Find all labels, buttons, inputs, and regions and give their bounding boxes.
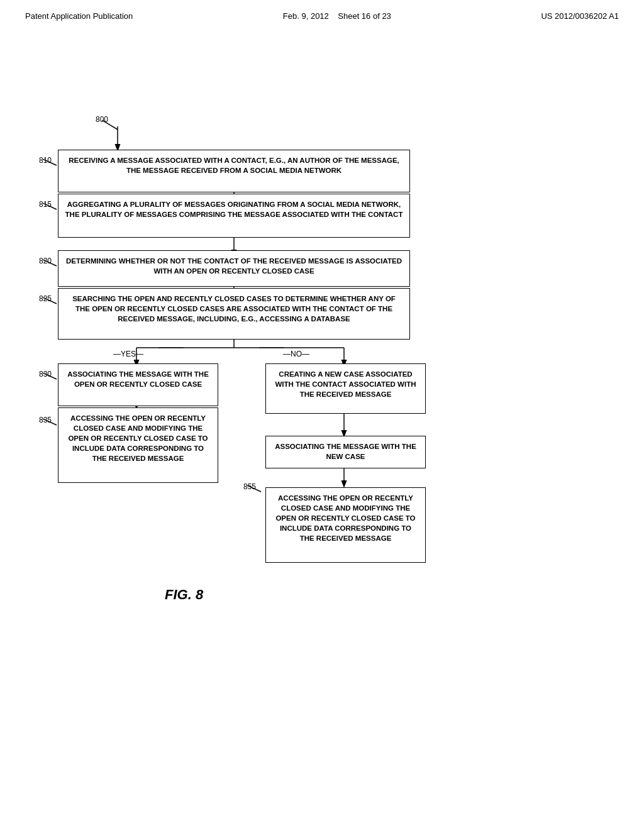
svg-line-13 xyxy=(102,120,118,130)
no-label: —NO— xyxy=(283,350,309,358)
box-850: ASSOCIATING THE MESSAGE WITH THE NEW CAS… xyxy=(265,436,426,468)
box-855: ACCESSING THE OPEN OR RECENTLY CLOSED CA… xyxy=(265,487,426,563)
diagram-area: 800 810 RECEIVING A MESSAGE ASSOCIATED W… xyxy=(20,33,624,788)
header-right: US 2012/0036202 A1 xyxy=(541,11,619,21)
svg-line-18 xyxy=(43,373,57,379)
box-810: RECEIVING A MESSAGE ASSOCIATED WITH A CO… xyxy=(58,150,410,192)
header-left: Patent Application Publication xyxy=(25,11,133,21)
svg-line-22 xyxy=(247,485,261,492)
page-header: Patent Application Publication Feb. 9, 2… xyxy=(0,0,644,27)
yes-label: —YES— xyxy=(113,350,143,358)
box-830: ASSOCIATING THE MESSAGE WITH THE OPEN OR… xyxy=(58,363,218,406)
svg-line-16 xyxy=(43,260,57,266)
arrow-800 xyxy=(102,120,127,145)
svg-line-17 xyxy=(43,297,57,304)
tick-855 xyxy=(247,485,265,497)
fig-label: FIG. 8 xyxy=(165,587,203,603)
svg-line-14 xyxy=(43,159,57,165)
svg-line-20 xyxy=(43,419,57,425)
box-840: CREATING A NEW CASE ASSOCIATED WITH THE … xyxy=(265,363,426,414)
svg-line-15 xyxy=(43,203,57,209)
box-835: ACCESSING THE OPEN OR RECENTLY CLOSED CA… xyxy=(58,407,218,483)
header-center: Feb. 9, 2012 Sheet 16 of 23 xyxy=(283,11,391,21)
box-815: AGGREGATING A PLURALITY OF MESSAGES ORIG… xyxy=(58,194,410,238)
box-825: SEARCHING THE OPEN AND RECENTLY CLOSED C… xyxy=(58,288,410,340)
box-820: DETERMINING WHETHER OR NOT THE CONTACT O… xyxy=(58,250,410,287)
